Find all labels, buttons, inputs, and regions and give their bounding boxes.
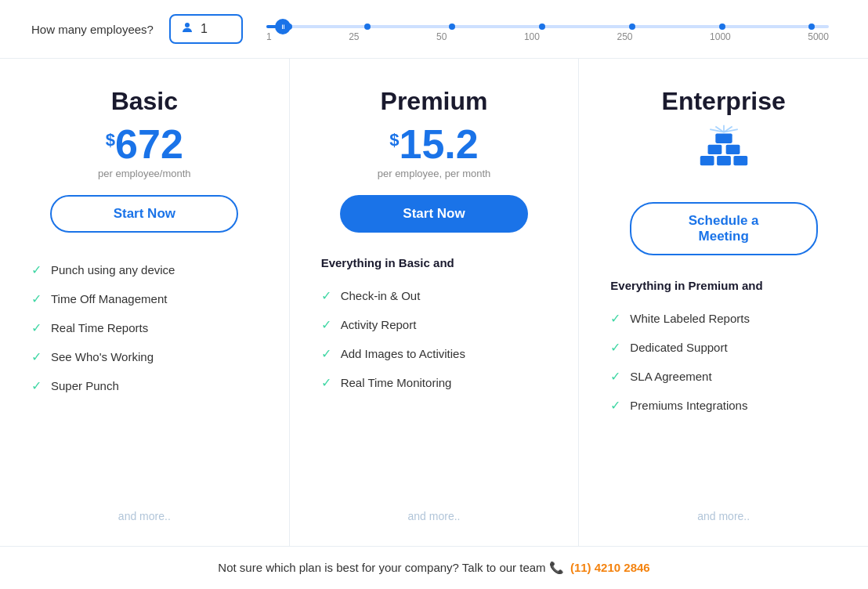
- feature-text: Punch using any device: [51, 263, 175, 276]
- price-amount-premium: 15.2: [400, 124, 479, 164]
- slider-dot-25: [364, 23, 371, 30]
- list-item: ✓ Add Images to Activities: [321, 346, 548, 361]
- employee-slider[interactable]: 1 25 50 100 250 1000 5000: [259, 16, 837, 42]
- list-item: ✓ SLA Agreement: [610, 369, 837, 384]
- slider-labels: 1 25 50 100 250 1000 5000: [266, 31, 829, 42]
- check-icon: ✓: [321, 346, 331, 361]
- check-icon: ✓: [610, 369, 620, 384]
- slider-label-1000: 1000: [710, 31, 731, 42]
- list-item: ✓ Time Off Management: [31, 291, 258, 306]
- svg-point-0: [185, 23, 190, 27]
- slider-track: [266, 25, 829, 28]
- start-now-button-basic[interactable]: Start Now: [50, 195, 238, 233]
- feature-section-premium: Everything in Basic and: [321, 256, 548, 269]
- slider-dot-1: [286, 23, 292, 30]
- price-dollar-basic: $: [106, 130, 115, 150]
- feature-text: White Labeled Reports: [630, 312, 750, 325]
- check-icon: ✓: [31, 378, 42, 393]
- employee-input-wrapper[interactable]: [169, 14, 243, 44]
- slider-label-100: 100: [524, 31, 540, 42]
- feature-section-enterprise: Everything in Premium and: [610, 279, 837, 292]
- price-period-basic: per employee/month: [98, 168, 191, 179]
- check-icon: ✓: [610, 398, 620, 413]
- list-item: ✓ Premiums Integrations: [610, 398, 837, 413]
- plan-card-enterprise: Enterprise Schedule a Meeting Eve: [579, 59, 868, 546]
- feature-text: SLA Agreement: [630, 370, 711, 383]
- svg-rect-9: [700, 156, 714, 165]
- plan-price-basic: $ 672: [106, 124, 183, 164]
- and-more-basic: and more..: [118, 497, 171, 522]
- svg-rect-7: [707, 145, 722, 154]
- start-now-button-premium[interactable]: Start Now: [340, 195, 528, 233]
- feature-text: Super Punch: [51, 379, 119, 392]
- feature-list-basic: ✓ Punch using any device ✓ Time Off Mana…: [31, 262, 258, 407]
- schedule-meeting-button[interactable]: Schedule a Meeting: [630, 202, 818, 255]
- footer-phone[interactable]: (11) 4210 2846: [570, 561, 650, 574]
- list-item: ✓ Activity Report: [321, 317, 548, 332]
- slider-label-50: 50: [436, 31, 447, 42]
- price-period-premium: per employee, per month: [378, 168, 491, 179]
- list-item: ✓ Check-in & Out: [321, 288, 548, 303]
- feature-text: Dedicated Support: [630, 341, 727, 354]
- feature-text: Real Time Reports: [51, 321, 148, 334]
- person-icon: [180, 20, 194, 38]
- plans-container: Basic $ 672 per employee/month Start Now…: [0, 59, 868, 546]
- list-item: ✓ See Who's Working: [31, 349, 258, 364]
- list-item: ✓ Real Time Reports: [31, 320, 258, 335]
- plan-title-basic: Basic: [111, 87, 178, 116]
- slider-dot-100: [539, 23, 545, 30]
- slider-label-1: 1: [266, 31, 272, 42]
- slider-dot-250: [629, 23, 635, 30]
- plan-price-premium: $ 15.2: [389, 124, 478, 164]
- check-icon: ✓: [31, 291, 42, 306]
- phone-icon: 📞: [549, 561, 564, 575]
- price-dollar-premium: $: [389, 130, 399, 150]
- plan-card-premium: Premium $ 15.2 per employee, per month S…: [290, 59, 580, 546]
- check-icon: ✓: [31, 320, 42, 335]
- and-more-enterprise: and more..: [697, 497, 750, 522]
- check-icon: ✓: [610, 311, 620, 326]
- feature-text: Real Time Monitoring: [341, 376, 452, 389]
- feature-text: Add Images to Activities: [341, 347, 465, 360]
- slider-dot-1000: [719, 23, 725, 30]
- footer-text: Not sure which plan is best for your com…: [218, 561, 545, 574]
- check-icon: ✓: [321, 317, 331, 332]
- list-item: ✓ Real Time Monitoring: [321, 375, 548, 390]
- feature-text: Premiums Integrations: [630, 399, 747, 412]
- employee-selector-bar: How many employees? 1 25 50 100: [0, 0, 868, 59]
- list-item: ✓ White Labeled Reports: [610, 311, 837, 326]
- feature-text: Check-in & Out: [341, 289, 421, 302]
- slider-dot-50: [449, 23, 455, 30]
- enterprise-pyramid-icon: [689, 124, 759, 190]
- slider-label-25: 25: [349, 31, 359, 42]
- slider-label-250: 250: [617, 31, 632, 42]
- and-more-premium: and more..: [408, 497, 461, 522]
- feature-text: Activity Report: [341, 318, 417, 331]
- list-item: ✓ Super Punch: [31, 378, 258, 393]
- slider-dot-5000: [808, 23, 815, 30]
- svg-rect-8: [725, 145, 740, 154]
- list-item: ✓ Punch using any device: [31, 262, 258, 277]
- employee-label: How many employees?: [31, 23, 154, 36]
- list-item: ✓ Dedicated Support: [610, 340, 837, 355]
- feature-list-enterprise: ✓ White Labeled Reports ✓ Dedicated Supp…: [610, 311, 837, 427]
- check-icon: ✓: [31, 349, 42, 364]
- footer-bar: Not sure which plan is best for your com…: [0, 546, 868, 589]
- check-icon: ✓: [610, 340, 620, 355]
- plan-title-enterprise: Enterprise: [662, 87, 786, 116]
- price-amount-basic: 672: [115, 124, 183, 164]
- svg-rect-11: [733, 156, 747, 165]
- check-icon: ✓: [321, 375, 331, 390]
- plan-card-basic: Basic $ 672 per employee/month Start Now…: [0, 59, 290, 546]
- feature-list-premium: ✓ Check-in & Out ✓ Activity Report ✓ Add…: [321, 288, 548, 404]
- svg-rect-10: [717, 156, 731, 165]
- plan-title-premium: Premium: [381, 87, 488, 116]
- employee-count-input[interactable]: [201, 22, 232, 36]
- svg-rect-6: [715, 133, 732, 143]
- feature-text: See Who's Working: [51, 350, 154, 363]
- check-icon: ✓: [31, 262, 42, 277]
- check-icon: ✓: [321, 288, 331, 303]
- feature-text: Time Off Management: [51, 292, 167, 305]
- slider-label-5000: 5000: [808, 31, 829, 42]
